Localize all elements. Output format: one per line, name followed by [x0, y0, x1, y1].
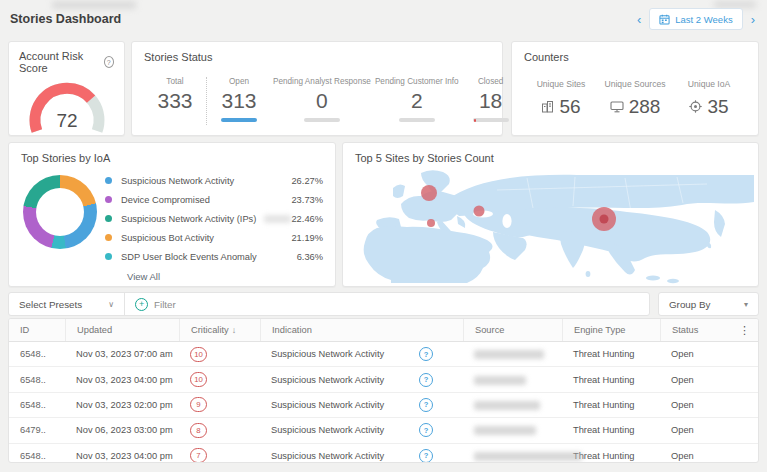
redacted-source	[474, 350, 544, 359]
indication-help-icon[interactable]: ?	[419, 398, 433, 412]
site-bubble	[427, 219, 435, 227]
redacted-legend-text	[264, 215, 291, 223]
criticality-badge: 10	[190, 372, 207, 387]
legend-item[interactable]: SDP User Block Events Anomaly 6.36%	[105, 247, 323, 266]
chevron-down-icon: ∨	[108, 300, 114, 309]
indication-help-icon[interactable]: ?	[419, 423, 433, 437]
col-indication[interactable]: Indication	[260, 319, 463, 341]
account-risk-score-card: Account Risk Score ? 72	[8, 41, 125, 136]
legend-pct: 21.19%	[291, 233, 323, 243]
legend-pct: 26.27%	[291, 176, 323, 186]
date-range-label: Last 2 Weeks	[675, 14, 732, 25]
stat-pending-customer[interactable]: Pending Customer Info 2	[373, 77, 461, 122]
counters-card: Counters Unique Sites 56 Unique Sources …	[511, 41, 759, 136]
counter-unique-sites: Unique Sites 56	[524, 79, 598, 116]
status-value: Open	[660, 375, 732, 385]
date-range-selector[interactable]: Last 2 Weeks	[649, 8, 742, 30]
status-value: Open	[660, 400, 732, 410]
col-source[interactable]: Source	[463, 319, 562, 341]
counter-unique-sources: Unique Sources 288	[598, 79, 672, 116]
world-map	[347, 169, 754, 284]
stories-dashboard-page: Stories Dashboard ‹ Last 2 Weeks › Accou…	[0, 0, 767, 472]
legend-item[interactable]: Suspicious Bot Activity 21.19%	[105, 228, 323, 247]
stat-pending-analyst-bar	[304, 118, 340, 122]
col-status[interactable]: Status	[660, 319, 732, 341]
col-engine-type[interactable]: Engine Type	[562, 319, 660, 341]
prev-period-button[interactable]: ‹	[635, 13, 643, 26]
view-all-link[interactable]: View All	[127, 271, 160, 282]
redacted-source	[474, 452, 582, 461]
date-range-nav: ‹ Last 2 Weeks ›	[635, 8, 757, 30]
help-icon[interactable]: ?	[104, 56, 114, 68]
table-menu-icon[interactable]: ⋮	[732, 319, 758, 341]
legend-dot	[105, 234, 112, 241]
table-row[interactable]: 6548.. Nov 03, 2023 02:00 pm 9 Suspiciou…	[9, 393, 758, 418]
legend-dot	[105, 177, 112, 184]
table-row[interactable]: 6479.. Nov 06, 2023 03:00 pm 8 Suspiciou…	[9, 418, 758, 443]
col-id[interactable]: ID	[9, 319, 65, 341]
status-stats: Total 333 Open 313 Pending Analyst Respo…	[144, 77, 490, 125]
status-value: Open	[660, 349, 732, 359]
status-value: Open	[660, 425, 732, 435]
sources-icon	[610, 100, 624, 113]
group-by-dropdown[interactable]: Group By ▾	[658, 292, 759, 316]
ioa-icon	[689, 100, 702, 113]
table-row[interactable]: 6548.. Nov 03, 2023 04:00 pm 7 Suspiciou…	[9, 444, 758, 463]
site-bubble-core	[600, 215, 609, 224]
top-stories-card: Top Stories by IoA Suspicious Network Ac…	[8, 142, 336, 287]
legend-pct: 6.36%	[297, 252, 323, 262]
stat-closed-bar	[473, 118, 509, 122]
ioa-donut-chart[interactable]	[23, 175, 97, 249]
legend-dot	[105, 196, 112, 203]
legend-item[interactable]: Suspicious Network Activity 26.27%	[105, 171, 323, 190]
next-period-button[interactable]: ›	[749, 13, 757, 26]
map-card-title: Top 5 Sites by Stories Count	[355, 152, 746, 164]
indication-help-icon[interactable]: ?	[419, 347, 433, 361]
stat-pending-customer-bar	[399, 118, 435, 122]
select-presets-dropdown[interactable]: Select Presets ∨	[9, 299, 124, 310]
risk-score-value: 72	[19, 110, 115, 132]
sort-desc-icon: ↓	[232, 325, 237, 335]
indication-help-icon[interactable]: ?	[419, 449, 433, 463]
table-row[interactable]: 6548.. Nov 03, 2023 07:00 am 10 Suspicio…	[9, 342, 758, 367]
counters-card-title: Counters	[524, 51, 746, 63]
redacted-source	[474, 376, 526, 385]
ioa-legend: Suspicious Network Activity 26.27% Devic…	[105, 171, 323, 266]
indication-help-icon[interactable]: ?	[419, 373, 433, 387]
counter-unique-ioa: Unique IoA 35	[672, 79, 746, 116]
stat-open-bar	[221, 118, 257, 122]
status-value: Open	[660, 451, 732, 461]
legend-item[interactable]: Device Compromised 23.73%	[105, 190, 323, 209]
criticality-badge: 10	[190, 347, 207, 362]
legend-item[interactable]: Suspicious Network Activity (IPs) 22.46%	[105, 209, 323, 228]
stories-status-card: Stories Status Total 333 Open 313 Pendin…	[131, 41, 503, 136]
legend-pct: 22.46%	[291, 214, 323, 224]
risk-gauge: 72	[19, 80, 115, 142]
col-updated[interactable]: Updated	[65, 319, 179, 341]
filter-input[interactable]: + Filter	[125, 298, 649, 311]
donut-hole	[36, 188, 84, 236]
criticality-badge: 7	[190, 448, 207, 463]
criticality-badge: 8	[190, 423, 207, 438]
chevron-down-icon: ▾	[744, 300, 748, 309]
top-stories-title: Top Stories by IoA	[21, 152, 323, 164]
site-bubble	[421, 185, 437, 201]
legend-pct: 23.73%	[291, 195, 323, 205]
stat-pending-analyst[interactable]: Pending Analyst Response 0	[271, 77, 373, 122]
redacted-source	[474, 426, 536, 435]
stat-total[interactable]: Total 333	[144, 77, 207, 125]
site-bubble	[474, 206, 485, 217]
page-header: Stories Dashboard ‹ Last 2 Weeks ›	[0, 0, 767, 36]
stat-open[interactable]: Open 313	[207, 77, 271, 122]
map-landmass	[364, 170, 754, 283]
table-row[interactable]: 6548.. Nov 03, 2023 04:00 pm 10 Suspicio…	[9, 367, 758, 392]
legend-dot	[105, 253, 112, 260]
col-criticality[interactable]: Criticality↓	[179, 319, 260, 341]
closed-dot	[474, 119, 477, 122]
status-card-title: Stories Status	[144, 51, 490, 63]
filter-bar: Select Presets ∨ + Filter	[8, 292, 650, 316]
sites-icon	[541, 100, 554, 113]
table-header: ID Updated Criticality↓ Indication Sourc…	[9, 319, 758, 342]
top-sites-map-card: Top 5 Sites by Stories Count	[342, 142, 759, 287]
risk-card-title: Account Risk Score	[19, 50, 100, 74]
